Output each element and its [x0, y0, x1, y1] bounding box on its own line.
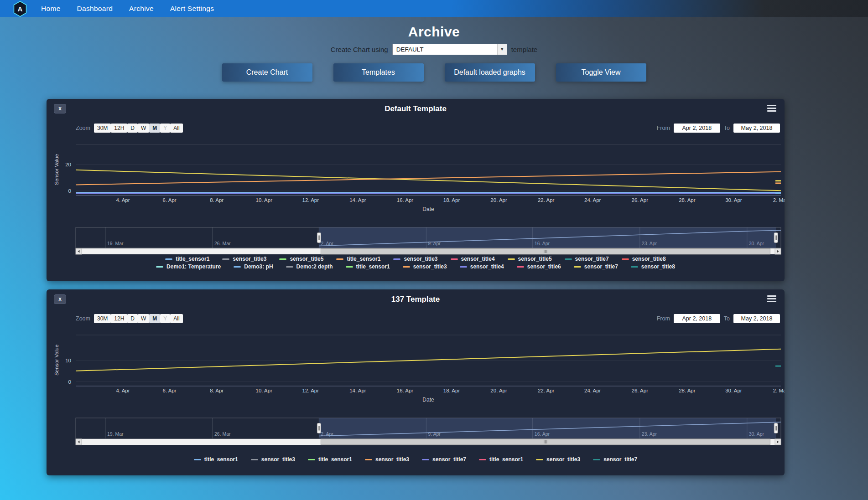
create-chart-row: Create Chart using DEFAULT ▼ template	[0, 42, 868, 56]
template-select-value: DEFAULT	[396, 46, 424, 53]
nav-item-home[interactable]: Home	[41, 5, 61, 13]
nav-item-dashboard[interactable]: Dashboard	[77, 5, 113, 13]
zoom-button-w[interactable]: W	[138, 314, 149, 323]
legend-item[interactable]: Demo3: pH	[234, 263, 273, 270]
legend-item[interactable]: sensor_title7	[574, 263, 618, 270]
legend-item[interactable]: sensor_title3	[393, 256, 437, 262]
chart-context-menu-icon[interactable]	[767, 105, 776, 113]
y-tick-label: 0	[68, 379, 71, 385]
to-date-input[interactable]: May 2, 2018	[733, 124, 780, 133]
zoom-button-30m[interactable]: 30M	[94, 124, 111, 133]
zoom-button-m[interactable]: M	[149, 314, 160, 323]
legend-item[interactable]: sensor_title7	[593, 456, 637, 463]
nav-item-archive[interactable]: Archive	[129, 5, 154, 13]
series-line-sensor_title5[interactable]	[76, 170, 781, 191]
legend-item[interactable]: title_sensor1	[308, 456, 352, 463]
zoom-button-y[interactable]: Y	[160, 124, 170, 133]
y-axis-title: Sensor Value	[54, 324, 59, 397]
legend-series-marker	[517, 266, 524, 268]
app-logo-icon[interactable]: A	[11, 1, 29, 17]
legend-item[interactable]: sensor_title3	[536, 456, 580, 463]
legend-series-label: Demo1: Temperature	[166, 263, 221, 270]
legend-item[interactable]: sensor_title3	[251, 456, 295, 463]
legend-item[interactable]: sensor_title7	[422, 456, 466, 463]
series-line-sensor_title3[interactable]	[76, 172, 781, 185]
zoom-button-d[interactable]: D	[127, 124, 138, 133]
legend-series-label: title_sensor1	[176, 256, 209, 262]
legend-item[interactable]: Demo:2 depth	[286, 263, 333, 270]
legend-item[interactable]: title_sensor1	[165, 256, 209, 262]
legend-series-label: sensor_title7	[584, 263, 618, 270]
svg-text:A: A	[18, 5, 23, 13]
legend-item[interactable]: sensor_title3	[403, 263, 447, 270]
chart-context-menu-icon[interactable]	[767, 295, 776, 304]
zoom-button-12h[interactable]: 12H	[111, 314, 127, 323]
legend-item[interactable]: title_sensor1	[479, 456, 523, 463]
zoom-button-w[interactable]: W	[138, 124, 149, 133]
legend-series-label: sensor_title4	[461, 256, 495, 262]
navigator-handle[interactable]	[774, 233, 778, 243]
legend-series-label: sensor_title3	[233, 256, 266, 262]
legend-item[interactable]: sensor_title3	[365, 456, 409, 463]
x-tick-label: 26. Apr	[632, 388, 649, 393]
close-panel-button[interactable]: x	[54, 294, 66, 304]
legend-item[interactable]: sensor_title7	[565, 256, 609, 262]
template-select[interactable]: DEFAULT ▼	[392, 44, 507, 55]
from-date-input[interactable]: Apr 2, 2018	[674, 124, 720, 133]
navigator-handle[interactable]	[317, 233, 321, 243]
legend-series-label: sensor_title3	[546, 456, 580, 463]
zoom-button-30m[interactable]: 30M	[94, 314, 111, 323]
legend-series-label: title_sensor1	[356, 263, 390, 270]
to-date-input[interactable]: May 2, 2018	[733, 314, 780, 323]
legend-item[interactable]: sensor_title6	[517, 263, 561, 270]
legend-item[interactable]: sensor_title8	[631, 263, 675, 270]
create-chart-button[interactable]: Create Chart	[222, 63, 312, 82]
legend-item[interactable]: sensor_title5	[508, 256, 552, 262]
x-tick-label: 4. Apr	[116, 197, 130, 203]
legend-item[interactable]: sensor_title5	[279, 256, 323, 262]
default-loaded-graphs-button[interactable]: Default loaded graphs	[445, 63, 535, 82]
navigator-handle[interactable]	[774, 423, 778, 433]
chart-svg: 1004. Apr6. Apr8. Apr10. Apr12. Apr14. A…	[47, 289, 785, 447]
x-axis-title: Date	[422, 397, 434, 403]
navbar: A Home Dashboard Archive Alert Settings	[0, 0, 868, 17]
zoom-button-12h[interactable]: 12H	[111, 124, 127, 133]
zoom-button-y[interactable]: Y	[160, 314, 170, 323]
toggle-view-button[interactable]: Toggle View	[556, 63, 646, 82]
legend-item[interactable]: title_sensor1	[194, 456, 238, 463]
from-date-input[interactable]: Apr 2, 2018	[674, 314, 720, 323]
templates-button[interactable]: Templates	[333, 63, 424, 82]
zoom-button-all[interactable]: All	[170, 124, 182, 133]
legend-series-marker	[574, 266, 581, 268]
series-line-sensor_title3[interactable]	[76, 349, 781, 371]
legend-item[interactable]: sensor_title8	[622, 256, 666, 262]
navigator-handle[interactable]	[317, 423, 321, 433]
legend-series-marker	[631, 266, 638, 268]
zoom-button-m[interactable]: M	[149, 124, 160, 133]
legend-series-marker	[286, 266, 293, 268]
x-tick-label: 4. Apr	[116, 388, 130, 393]
zoom-button-d[interactable]: D	[127, 314, 138, 323]
x-tick-label: 26. Apr	[632, 197, 649, 203]
legend-series-label: sensor_title7	[575, 256, 609, 262]
legend-series-label: sensor_title7	[603, 456, 637, 463]
x-tick-label: 6. Apr	[163, 388, 177, 393]
legend-item[interactable]: sensor_title4	[460, 263, 504, 270]
legend-item[interactable]: sensor_title4	[451, 256, 495, 262]
navigator-tick-label: 19. Mar	[107, 431, 124, 437]
legend-series-marker	[565, 258, 572, 260]
nav-item-alert-settings[interactable]: Alert Settings	[170, 5, 214, 13]
legend-series-marker	[308, 459, 315, 460]
legend-item[interactable]: title_sensor1	[346, 263, 390, 270]
zoom-button-all[interactable]: All	[170, 314, 182, 323]
close-panel-button[interactable]: x	[54, 104, 66, 113]
x-tick-label: 20. Apr	[490, 388, 507, 393]
from-label: From	[657, 315, 670, 322]
navigator-selected-mask[interactable]	[319, 418, 776, 438]
legend-series-marker	[422, 459, 429, 460]
legend-item[interactable]: title_sensor1	[336, 256, 380, 262]
chart-svg: 2004. Apr6. Apr8. Apr10. Apr12. Apr14. A…	[47, 99, 785, 257]
legend-item[interactable]: sensor_title3	[222, 256, 266, 262]
legend-item[interactable]: Demo1: Temperature	[156, 263, 221, 270]
legend-series-marker	[479, 459, 486, 460]
